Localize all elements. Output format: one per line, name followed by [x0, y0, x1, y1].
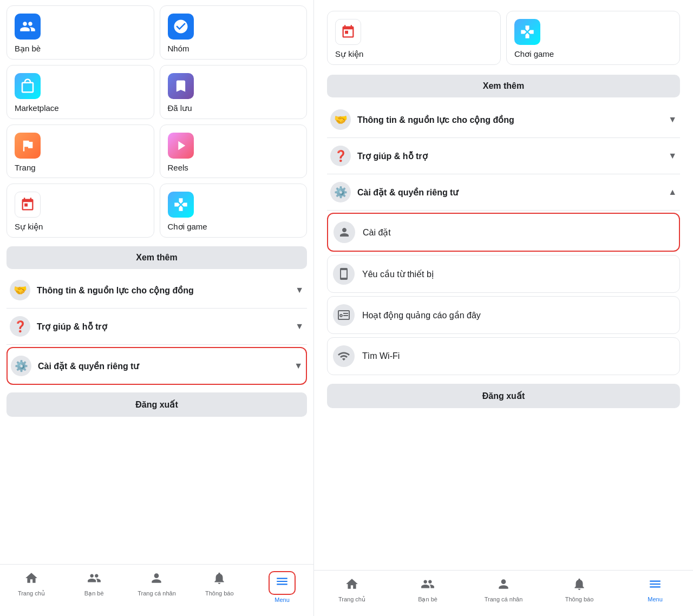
bell-icon: [212, 571, 226, 588]
nav-ban-be[interactable]: Bạn bè: [63, 569, 126, 605]
right-cai-dat-label: Cài đặt & quyền riêng tư: [357, 187, 662, 198]
right-su-kien-icon: [335, 19, 361, 45]
right-nav-thong-bao[interactable]: Thông báo: [541, 575, 617, 605]
nav-menu[interactable]: Menu: [251, 569, 313, 605]
right-bell-icon: [572, 577, 586, 594]
nav-ban-be-label: Bạn bè: [84, 590, 104, 597]
right-bottom-nav: Trang chủ Bạn bè Trang cá nhân Thông báo…: [314, 570, 693, 616]
trang-icon: [15, 133, 41, 159]
cai-dat-label: Cài đặt & quyền riêng tư: [38, 361, 287, 371]
right-menu-tro-giup[interactable]: ❓ Trợ giúp & hỗ trợ ▼: [327, 138, 680, 174]
friends-icon: [87, 571, 101, 588]
see-more-button[interactable]: Xem thêm: [6, 246, 307, 269]
reels-label: Reels: [168, 163, 188, 172]
right-home-icon: [345, 577, 359, 594]
grid-item-reels[interactable]: Reels: [160, 124, 308, 178]
grid-item-ban-be[interactable]: Bạn bè: [6, 5, 154, 60]
trang-label: Trang: [15, 163, 36, 172]
ban-be-label: Bạn bè: [15, 44, 41, 54]
right-panel-content: Sự kiện Chơi game Xem thêm 🤝 Thông tin &…: [314, 0, 693, 570]
sub-cai-dat[interactable]: Cài đặt: [327, 213, 680, 252]
right-cai-dat-chevron: ▲: [668, 187, 677, 197]
tro-giup-label: Trợ giúp & hỗ trợ: [37, 322, 289, 332]
right-profile-icon: [496, 577, 511, 594]
sub-cai-dat-icon: [334, 221, 355, 243]
thong-tin-icon: 🤝: [10, 280, 30, 300]
grid-item-trang[interactable]: Trang: [6, 124, 154, 178]
sub-yeu-cau[interactable]: Yêu cầu từ thiết bị: [327, 255, 680, 293]
right-su-kien-label: Sự kiện: [335, 49, 363, 59]
menu-icon: [275, 574, 289, 592]
left-bottom-nav: Trang chủ Bạn bè Trang cá nhân Thông báo: [0, 564, 313, 616]
thong-tin-chevron: ▼: [295, 285, 304, 295]
right-tro-giup-label: Trợ giúp & hỗ trợ: [357, 151, 662, 161]
sub-tim-wifi-label: Tìm Wi-Fi: [362, 351, 400, 361]
right-menu-thong-tin[interactable]: 🤝 Thông tin & nguồn lực cho cộng đồng ▼: [327, 102, 680, 138]
right-tro-giup-icon: ❓: [330, 146, 351, 166]
right-see-more-button[interactable]: Xem thêm: [327, 75, 680, 97]
left-panel: Bạn bè Nhóm Marketplace: [0, 0, 314, 616]
da-luu-label: Đã lưu: [168, 103, 192, 113]
right-nav-menu-label: Menu: [648, 596, 663, 602]
right-grid-su-kien[interactable]: Sự kiện: [327, 11, 501, 65]
su-kien-icon: [15, 192, 41, 218]
right-nav-trang-chu[interactable]: Trang chủ: [314, 575, 390, 605]
right-choi-game-icon: [514, 19, 540, 45]
choi-game-icon: [168, 192, 194, 218]
menu-cai-dat[interactable]: ⚙️ Cài đặt & quyền riêng tư ▼: [6, 347, 307, 385]
left-panel-content: Bạn bè Nhóm Marketplace: [0, 0, 313, 564]
nhom-label: Nhóm: [168, 44, 189, 53]
sub-tim-wifi-icon: [333, 345, 355, 367]
nav-trang-chu[interactable]: Trang chủ: [0, 569, 63, 605]
grid-item-nhom[interactable]: Nhóm: [160, 5, 308, 60]
right-nav-profile[interactable]: Trang cá nhân: [466, 575, 541, 605]
tro-giup-chevron: ▼: [295, 322, 304, 331]
right-nav-profile-label: Trang cá nhân: [485, 596, 523, 602]
sub-hoat-dong-icon: [333, 304, 355, 326]
right-panel: Sự kiện Chơi game Xem thêm 🤝 Thông tin &…: [314, 0, 693, 616]
nav-thong-bao[interactable]: Thông báo: [188, 569, 251, 605]
sub-yeu-cau-label: Yêu cầu từ thiết bị: [362, 269, 434, 279]
right-nav-ban-be-label: Bạn bè: [418, 596, 437, 603]
nhom-icon: [168, 14, 194, 40]
right-nav-menu[interactable]: Menu: [617, 575, 693, 605]
right-choi-game-label: Chơi game: [514, 49, 554, 59]
sub-tim-wifi[interactable]: Tìm Wi-Fi: [327, 337, 680, 375]
right-logout-button[interactable]: Đăng xuất: [327, 384, 680, 408]
menu-nav-highlighted[interactable]: [269, 571, 296, 595]
grid-item-choi-game[interactable]: Chơi game: [160, 184, 308, 238]
right-thong-tin-label: Thông tin & nguồn lực cho cộng đồng: [357, 115, 662, 125]
nav-thong-bao-label: Thông báo: [205, 590, 234, 597]
sub-hoat-dong[interactable]: Hoạt động quảng cáo gần đây: [327, 296, 680, 334]
right-cai-dat-icon: ⚙️: [330, 182, 351, 202]
grid-item-da-luu[interactable]: Đã lưu: [160, 65, 308, 119]
thong-tin-label: Thông tin & nguồn lực cho cộng đồng: [37, 285, 289, 296]
right-menu-cai-dat[interactable]: ⚙️ Cài đặt & quyền riêng tư ▲: [327, 174, 680, 211]
right-thong-tin-chevron: ▼: [668, 115, 677, 124]
da-luu-icon: [168, 73, 194, 99]
right-nav-ban-be[interactable]: Bạn bè: [390, 575, 466, 605]
nav-trang-chu-label: Trang chủ: [18, 590, 45, 597]
menu-thong-tin[interactable]: 🤝 Thông tin & nguồn lực cho cộng đồng ▼: [6, 272, 307, 309]
shortcut-grid: Bạn bè Nhóm Marketplace: [6, 0, 307, 243]
right-tro-giup-chevron: ▼: [668, 151, 677, 161]
right-friends-icon: [421, 577, 435, 594]
sub-cai-dat-label: Cài đặt: [363, 227, 391, 238]
right-grid-choi-game[interactable]: Chơi game: [506, 11, 680, 65]
nav-profile[interactable]: Trang cá nhân: [126, 569, 188, 605]
marketplace-label: Marketplace: [15, 103, 59, 113]
cai-dat-chevron: ▼: [294, 361, 303, 371]
menu-tro-giup[interactable]: ❓ Trợ giúp & hỗ trợ ▼: [6, 309, 307, 345]
grid-item-su-kien[interactable]: Sự kiện: [6, 184, 154, 238]
cai-dat-icon: ⚙️: [11, 356, 31, 376]
right-thong-tin-icon: 🤝: [330, 109, 351, 130]
choi-game-label: Chơi game: [168, 222, 207, 232]
right-nav-trang-chu-label: Trang chủ: [338, 596, 365, 603]
ban-be-icon: [15, 14, 41, 40]
profile-icon: [149, 571, 164, 588]
grid-item-marketplace[interactable]: Marketplace: [6, 65, 154, 119]
home-icon: [24, 571, 38, 588]
marketplace-icon: [15, 73, 41, 99]
logout-button[interactable]: Đăng xuất: [6, 392, 307, 417]
su-kien-label: Sự kiện: [15, 222, 43, 232]
